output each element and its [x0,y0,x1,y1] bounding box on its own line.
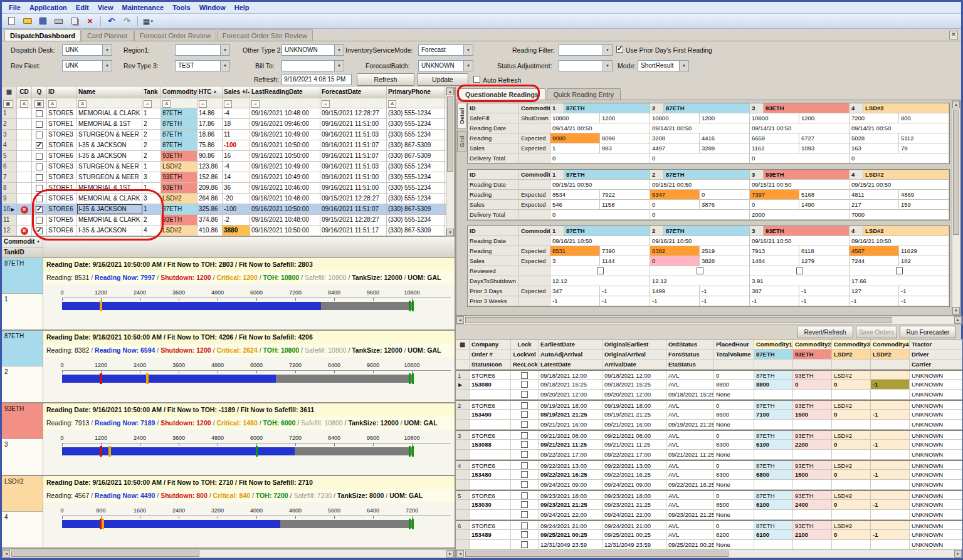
col-header-tank[interactable]: Tank [142,87,161,98]
site-row-11[interactable]: 11STORE5MEMORIAL & CLARK293ETH374.86-209… [2,215,446,226]
orders-header-cell[interactable]: Tractor [910,340,962,349]
detail-vscrollbar[interactable]: ▲ ▼ [952,100,960,315]
order-row-1-2[interactable]: ▶15308009/18/2021 15:2509/18/2021 15:25A… [456,380,962,390]
filter-cell-cd[interactable]: A [17,98,32,108]
region1-combo[interactable]: ▼ [175,44,230,56]
chevron-down-icon[interactable]: ▼ [220,45,229,55]
orders-lock-checkbox[interactable] [521,462,528,469]
reviewed-checkbox[interactable] [796,267,803,274]
site-row-10[interactable]: 10▶✕STORE6I-35 & JACKSON187ETH325.86-100… [2,204,446,215]
chevron-down-icon[interactable]: ▼ [463,45,473,55]
filter-cell-fd[interactable]: = [320,98,387,108]
q-cell[interactable] [32,194,47,204]
chevron-down-icon[interactable]: ▼ [603,45,612,55]
order-row-6-3[interactable]: 12/31/2049 23:5912/31/2049 23:5909/25/20… [456,540,962,550]
new-button[interactable] [5,15,18,27]
site-row-1[interactable]: 1STORE5MEMORIAL & CLARK187ETH14.86-409/1… [2,108,446,119]
chevron-down-icon[interactable]: ▼ [102,61,112,71]
orders-header-cell[interactable] [456,360,470,369]
reviewed-checkbox[interactable] [697,267,703,274]
orders-header-cell[interactable]: LatestDate [539,360,603,369]
bill-to-combo[interactable]: ▼ [282,60,344,71]
orders-lock-checkbox[interactable] [521,402,528,409]
reviewed-cell[interactable] [750,266,850,276]
menu-item-view[interactable]: View [93,3,118,13]
q-checkbox[interactable] [36,132,43,138]
orders-header-cell[interactable]: OriginalEarliest [603,340,666,349]
close-icon[interactable]: ✕ [949,31,958,39]
commodity-column-header[interactable]: Commodit▲ [2,237,43,247]
tab-forecast-order-review[interactable]: Forecast Order Review [134,29,216,41]
menu-item-edit[interactable]: Edit [71,3,93,13]
reviewed-cell[interactable] [850,266,949,276]
orders-lock-cell[interactable] [511,480,539,489]
update-button[interactable]: Update [417,73,468,86]
orders-header-cell[interactable] [456,350,470,359]
delete-button[interactable]: ✕ [83,15,97,27]
mode-combo[interactable]: ShortResult▼ [638,60,689,71]
scroll-left-icon[interactable]: ◄ [456,316,464,324]
orders-lock-checkbox[interactable] [521,441,528,448]
scrollbar-thumb[interactable] [465,551,729,557]
orders-lock-checkbox[interactable] [521,492,528,499]
layout-button[interactable]: ▦▼ [142,15,155,27]
site-row-12[interactable]: 12✕STORE6I-35 & JACKSON4LSD#2410.8638800… [2,226,446,236]
orders-header-cell[interactable]: Carrier [910,360,962,369]
orders-header-cell[interactable]: Commodity1 [754,340,793,349]
reviewed-cell[interactable] [550,266,650,276]
orders-lock-checkbox[interactable] [521,381,528,388]
menu-item-window[interactable]: Window [195,3,230,13]
side-tab-grid[interactable]: Grid [457,131,466,152]
scroll-right-icon[interactable]: ► [954,316,962,324]
orders-lock-cell[interactable] [511,380,539,389]
order-row-4-1[interactable]: 4STORE609/22/2021 13:0009/22/2021 13:00A… [456,460,962,470]
inventory-service-mode-combo[interactable]: Forecast▼ [418,44,473,56]
reviewed-checkbox[interactable] [896,267,903,274]
save-orders-button[interactable]: Save Orders [856,326,897,338]
site-row-2[interactable]: 2STORE1MEMORIAL & 1ST287ETH17.861809/16/… [2,119,446,130]
orders-lock-checkbox[interactable] [521,471,528,478]
scrollbar-thumb[interactable] [11,551,199,557]
filter-cell-name[interactable]: A [77,98,142,108]
orders-header-cell[interactable]: AutoAdjArrival [539,350,603,359]
order-row-6-1[interactable]: 6STORE609/24/2021 21:0009/24/2021 21:00A… [456,520,962,530]
reading-filter-combo[interactable]: ▼ [559,44,613,56]
scroll-down-icon[interactable]: ▼ [446,229,454,236]
q-cell[interactable] [32,215,47,225]
order-row-6-2[interactable]: 15348909/25/2021 00:2509/25/2021 00:25AV… [456,530,962,540]
orders-lock-checkbox[interactable] [521,541,528,548]
q-cell[interactable] [32,140,47,150]
filter-cell-q[interactable]: ▣ [32,98,47,108]
orders-header-cell[interactable] [754,360,793,369]
q-checkbox[interactable] [36,206,43,213]
chevron-down-icon[interactable]: ▼ [603,61,612,71]
orders-header-cell[interactable]: ArrivalDate [603,360,666,369]
dispatch-desk-combo[interactable]: UNK▼ [62,44,112,56]
orders-lock-cell[interactable] [511,450,539,459]
refresh-datetime-input[interactable]: 9/16/2021 4:08:15 PM [282,74,352,85]
q-cell[interactable] [32,162,47,172]
orders-header-cell[interactable]: LSD#2 [871,350,910,359]
col-header-fd[interactable]: ForecastDate [320,87,387,98]
chevron-down-icon[interactable]: ▼ [679,61,688,71]
order-row-1-3[interactable]: 09/20/2021 12:0009/20/2021 12:0009/18/20… [456,390,962,400]
col-header-sales[interactable]: Sales +/- [223,87,250,98]
filter-cell-tank[interactable]: = [142,98,161,108]
site-table-vscrollbar[interactable]: ▲ ▼ [446,87,455,237]
filter-cell-lrd[interactable]: = [250,98,320,108]
q-checkbox[interactable] [36,174,43,181]
orders-header-cell[interactable]: TotalVolume [714,350,754,359]
refresh-button[interactable]: Refresh [357,73,414,86]
q-cell[interactable] [32,172,47,182]
order-row-5-1[interactable]: 5STORE609/23/2021 18:0009/23/2021 18:00A… [456,490,962,500]
scroll-down-icon[interactable]: ▼ [952,307,960,314]
order-row-3-1[interactable]: 3STORE609/21/2021 08:0009/21/2021 08:00A… [456,430,962,440]
orders-lock-checkbox[interactable] [521,451,528,458]
orders-header-cell[interactable]: RecLock [511,360,539,369]
open-button[interactable] [21,15,34,27]
q-checkbox[interactable] [36,142,43,149]
orders-header-cell[interactable]: PlacedHour [714,340,754,349]
col-header-name[interactable]: Name [77,87,142,98]
orders-lock-cell[interactable] [511,521,539,529]
orders-lock-checkbox[interactable] [521,511,528,518]
